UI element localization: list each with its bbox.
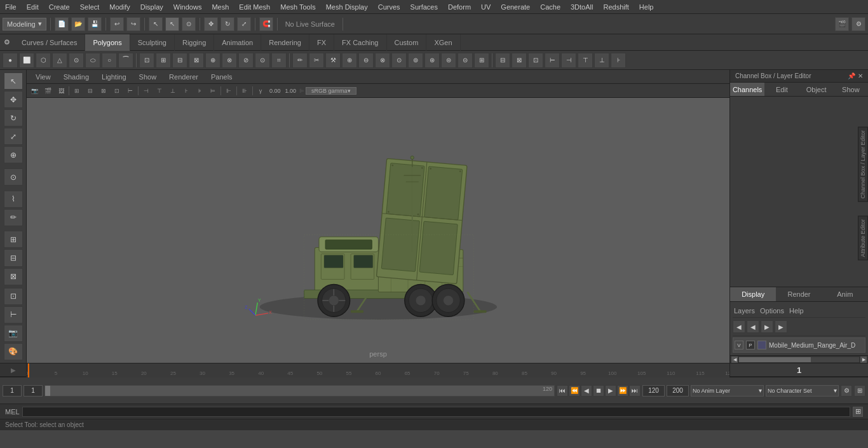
rotate-btn[interactable]: ↻: [220, 17, 234, 31]
vp-aa-icon[interactable]: ⊦: [180, 85, 193, 97]
mesh-tool8[interactable]: ⊚: [408, 53, 423, 68]
cb-tab-object[interactable]: Object: [799, 83, 834, 96]
vp-isolate-icon[interactable]: ⊩: [222, 85, 235, 97]
tab-curves-surfaces[interactable]: Curves / Surfaces: [14, 34, 85, 51]
layer-next-btn[interactable]: ▶: [761, 320, 773, 333]
scroll-left-btn[interactable]: ◀: [731, 356, 738, 363]
max-time-input[interactable]: [667, 385, 689, 397]
scale-btn[interactable]: ⤢: [237, 17, 251, 31]
vp-cam-icon[interactable]: 📷: [28, 85, 41, 97]
menu-generate[interactable]: Generate: [496, 2, 535, 12]
viewport-canvas[interactable]: X Y Z persp: [27, 98, 729, 363]
start-frame-input[interactable]: 1: [3, 385, 22, 397]
vp-menu-view[interactable]: View: [32, 72, 55, 82]
vp-shadow-icon[interactable]: ⊤: [153, 85, 166, 97]
pipe-icon-btn[interactable]: ○: [102, 53, 117, 68]
play-fwd-btn[interactable]: ▶: [605, 385, 616, 397]
vp-resolution-icon[interactable]: ⊪: [238, 85, 251, 97]
dr-tab-display[interactable]: Display: [730, 287, 776, 301]
vp-menu-shading[interactable]: Shading: [60, 72, 93, 82]
cmd-input[interactable]: [22, 407, 850, 417]
vp-hud-icon[interactable]: ⊨: [207, 85, 219, 97]
layers-menu-options[interactable]: Options: [760, 307, 784, 315]
disp-tool1[interactable]: ⊟: [495, 53, 510, 68]
layer-add-btn[interactable]: ◀: [733, 320, 745, 333]
soft-sel-btn[interactable]: ⊙: [4, 168, 23, 186]
scale-tool-btn[interactable]: ⤢: [4, 128, 23, 145]
tab-animation[interactable]: Animation: [214, 34, 261, 51]
disp-tool4[interactable]: ⊢: [545, 53, 560, 68]
sculpt-btn[interactable]: ⊟: [4, 249, 23, 266]
helix-icon-btn[interactable]: ⁀: [118, 53, 133, 68]
srgb-dropdown[interactable]: sRGB gamma ▾: [306, 87, 356, 95]
mesh-tool12[interactable]: ⊞: [474, 53, 489, 68]
tool9-btn[interactable]: ⌗: [271, 53, 287, 68]
select-tool-btn[interactable]: ↖: [4, 72, 23, 90]
menu-help[interactable]: Help: [634, 2, 659, 12]
disp-tool6[interactable]: ⊤: [578, 53, 593, 68]
select-active-btn[interactable]: ↖: [165, 17, 179, 31]
lasso-btn[interactable]: ⊙: [182, 17, 196, 31]
vp-img-icon[interactable]: 🖼: [55, 85, 67, 97]
attribute-editor-edge-label[interactable]: Attribute Editor: [858, 216, 868, 261]
tab-rendering[interactable]: Rendering: [261, 34, 309, 51]
vp-smooth-icon[interactable]: ⊠: [97, 85, 110, 97]
menu-modify[interactable]: Modify: [104, 2, 135, 12]
stop-btn[interactable]: ⏹: [593, 385, 604, 397]
cb-tab-show[interactable]: Show: [834, 83, 868, 96]
snap-grid-btn[interactable]: ⊢: [4, 306, 23, 323]
disp-tool3[interactable]: ⊡: [528, 53, 543, 68]
bc-settings-btn[interactable]: ⚙: [841, 385, 852, 397]
menu-select[interactable]: Select: [75, 2, 105, 12]
prop-mod-btn[interactable]: ⊠: [4, 268, 23, 285]
universal-tool-btn[interactable]: ⊕: [4, 146, 23, 163]
timeline-numbers[interactable]: 0510152025303540455055606570758085909510…: [27, 363, 729, 377]
tool6-btn[interactable]: ⊗: [222, 53, 237, 68]
new-file-btn[interactable]: 📄: [55, 17, 69, 31]
tool3-btn[interactable]: ⊟: [172, 53, 187, 68]
tab-custom[interactable]: Custom: [387, 34, 427, 51]
layer-color-swatch[interactable]: [757, 341, 766, 350]
menu-3dtoall[interactable]: 3DtoAll: [566, 2, 598, 12]
open-file-btn[interactable]: 📂: [71, 17, 85, 31]
vp-film-icon[interactable]: 🎬: [41, 85, 54, 97]
close-panel-icon[interactable]: ✕: [858, 72, 863, 79]
snap-btn[interactable]: 🧲: [259, 17, 273, 31]
channel-box-edge-label[interactable]: Channel Box / Layer Editor: [858, 127, 868, 202]
vp-grid-icon[interactable]: ⊞: [71, 85, 83, 97]
layer-last-btn[interactable]: ▶: [775, 320, 787, 333]
tool1-btn[interactable]: ⊡: [139, 53, 154, 68]
tool2-btn[interactable]: ⊞: [156, 53, 171, 68]
mesh-tool6[interactable]: ⊗: [375, 53, 390, 68]
pin-icon[interactable]: 📌: [848, 72, 855, 79]
vp-gamma-icon[interactable]: γ: [254, 85, 267, 97]
tool7-btn[interactable]: ⊘: [238, 53, 254, 68]
play-back-btn[interactable]: ◀: [581, 385, 592, 397]
tab-xgen[interactable]: XGen: [426, 34, 460, 51]
render-btn[interactable]: 🎬: [835, 17, 849, 31]
tool5-btn[interactable]: ⊕: [205, 53, 220, 68]
disp-tool7[interactable]: ⊥: [594, 53, 609, 68]
vp-menu-panels[interactable]: Panels: [207, 72, 236, 82]
modeling-dropdown[interactable]: Modeling ▾: [3, 18, 46, 31]
poly-icon-btn[interactable]: ⬡: [36, 53, 51, 68]
quick-layout-btn[interactable]: ⊡: [4, 288, 23, 305]
rotate-tool-btn[interactable]: ↻: [4, 109, 23, 126]
vp-flat-icon[interactable]: ⊡: [111, 85, 123, 97]
cone-icon-btn[interactable]: △: [52, 53, 67, 68]
save-file-btn[interactable]: 💾: [88, 17, 102, 31]
cmd-expand-btn[interactable]: ⊞: [853, 407, 863, 417]
menu-mesh-tools[interactable]: Mesh Tools: [275, 2, 320, 12]
mesh-tool2[interactable]: ✂: [309, 53, 324, 68]
current-frame-input[interactable]: 1: [24, 385, 43, 397]
cb-tab-channels[interactable]: Channels: [730, 83, 764, 96]
mesh-tool9[interactable]: ⊛: [424, 53, 440, 68]
layer-visibility-btn[interactable]: V: [735, 341, 743, 350]
tool8-btn[interactable]: ⊙: [255, 53, 270, 68]
menu-windows[interactable]: Windows: [168, 2, 207, 12]
vp-menu-show[interactable]: Show: [135, 72, 161, 82]
vp-bkg-icon[interactable]: ⊢: [124, 85, 137, 97]
cylinder-icon-btn[interactable]: ⬭: [85, 53, 100, 68]
menu-cache[interactable]: Cache: [535, 2, 566, 12]
menu-curves[interactable]: Curves: [373, 2, 405, 12]
